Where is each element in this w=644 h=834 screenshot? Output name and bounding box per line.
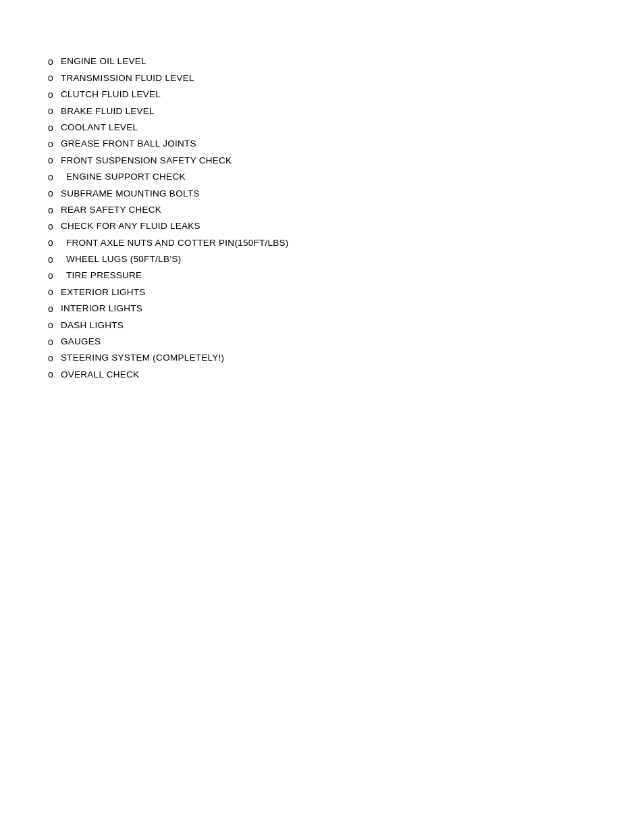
checklist-item-text: INTERIOR LIGHTS <box>61 301 142 316</box>
list-item: oENGINE OIL LEVEL <box>41 54 603 69</box>
bullet-icon: o <box>41 235 61 250</box>
bullet-icon: o <box>41 153 61 167</box>
list-item: oCOOLANT LEVEL <box>41 120 603 135</box>
checklist-item-text: SUBFRAME MOUNTING BOLTS <box>61 186 199 201</box>
list-item: oCHECK FOR ANY FLUID LEAKS <box>41 219 603 234</box>
checklist-item-text: STEERING SYSTEM (COMPLETELY!) <box>61 350 224 365</box>
checklist: oENGINE OIL LEVELoTRANSMISSION FLUID LEV… <box>41 54 603 382</box>
checklist-item-text: CHECK FOR ANY FLUID LEAKS <box>61 219 200 234</box>
checklist-item-text: TRANSMISSION FLUID LEVEL <box>61 71 194 86</box>
bullet-icon: o <box>41 186 61 201</box>
list-item: oENGINE SUPPORT CHECK <box>41 170 603 184</box>
list-item: oEXTERIOR LIGHTS <box>41 284 603 299</box>
checklist-item-text: OVERALL CHECK <box>61 367 139 382</box>
page-content: oENGINE OIL LEVELoTRANSMISSION FLUID LEV… <box>0 0 644 424</box>
bullet-icon: o <box>41 252 61 267</box>
bullet-icon: o <box>41 136 61 151</box>
list-item: oBRAKE FLUID LEVEL <box>41 103 603 118</box>
checklist-item-text: REAR SAFETY CHECK <box>61 203 161 217</box>
bullet-icon: o <box>41 268 61 283</box>
list-item: oFRONT AXLE NUTS AND COTTER PIN(150ft/lb… <box>41 235 603 250</box>
bullet-icon: o <box>41 334 61 349</box>
checklist-item-text: COOLANT LEVEL <box>61 120 138 135</box>
bullet-icon: o <box>41 284 61 299</box>
bullet-icon: o <box>41 103 61 118</box>
checklist-item-text: EXTERIOR LIGHTS <box>61 285 146 300</box>
bullet-icon: o <box>41 301 61 316</box>
bullet-icon: o <box>41 203 61 217</box>
bullet-icon: o <box>41 70 61 85</box>
checklist-item-text: ENGINE SUPPORT CHECK <box>61 170 186 184</box>
bullet-icon: o <box>41 350 61 365</box>
list-item: oGREASE FRONT BALL JOINTS <box>41 136 603 151</box>
list-item: oOVERALL CHECK <box>41 367 603 382</box>
checklist-item-text: DASH LIGHTS <box>61 318 124 333</box>
list-item: oTRANSMISSION FLUID LEVEL <box>41 70 603 85</box>
list-item: oINTERIOR LIGHTS <box>41 301 603 316</box>
bullet-icon: o <box>41 120 61 135</box>
list-item: oCLUTCH FLUID LEVEL <box>41 87 603 102</box>
bullet-icon: o <box>41 317 61 332</box>
checklist-item-text: GAUGES <box>61 334 101 349</box>
checklist-item-text: WHEEL LUGS (50ft/lb’s) <box>61 252 181 267</box>
list-item: oWHEEL LUGS (50ft/lb’s) <box>41 252 603 267</box>
checklist-item-text: GREASE FRONT BALL JOINTS <box>61 136 196 151</box>
checklist-item-text: CLUTCH FLUID LEVEL <box>61 87 161 102</box>
bullet-icon: o <box>41 219 61 234</box>
list-item: oTIRE PRESSURE <box>41 268 603 283</box>
checklist-item-text: FRONT SUSPENSION SAFETY CHECK <box>61 153 232 168</box>
list-item: oREAR SAFETY CHECK <box>41 203 603 217</box>
checklist-item-text: FRONT AXLE NUTS AND COTTER PIN(150ft/lbs… <box>61 236 289 251</box>
list-item: oSUBFRAME MOUNTING BOLTS <box>41 186 603 201</box>
bullet-icon: o <box>41 54 61 69</box>
checklist-item-text: TIRE PRESSURE <box>61 268 142 283</box>
list-item: oFRONT SUSPENSION SAFETY CHECK <box>41 153 603 167</box>
bullet-icon: o <box>41 170 61 184</box>
checklist-item-text: BRAKE FLUID LEVEL <box>61 104 155 119</box>
bullet-icon: o <box>41 87 61 102</box>
checklist-item-text: ENGINE OIL LEVEL <box>61 54 146 69</box>
list-item: oDASH LIGHTS <box>41 317 603 332</box>
list-item: oSTEERING SYSTEM (COMPLETELY!) <box>41 350 603 365</box>
bullet-icon: o <box>41 367 61 382</box>
list-item: oGAUGES <box>41 334 603 349</box>
